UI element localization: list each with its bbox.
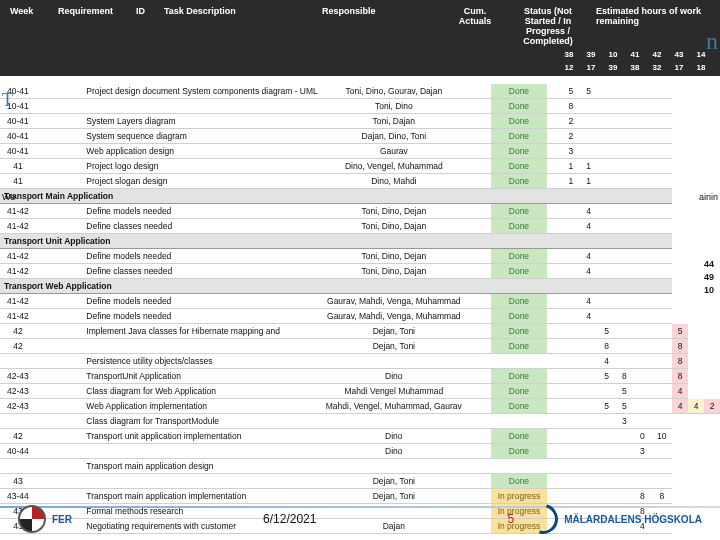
cell: 42	[0, 324, 36, 339]
cell: 40-41	[0, 129, 36, 144]
cell	[562, 354, 580, 369]
week-num: 39	[580, 50, 602, 59]
cell: Gaurav, Mahdi, Venga, Muhammad	[322, 309, 466, 324]
week-num: 41	[624, 50, 646, 59]
cell: 41-42	[0, 219, 36, 234]
status-cell: Done	[491, 84, 547, 99]
cell: 4	[580, 309, 598, 324]
cell	[616, 294, 634, 309]
cell	[68, 249, 83, 264]
status-cell: Done	[491, 474, 547, 489]
cell	[651, 309, 672, 324]
table-row: 43-44Transport main application implemen…	[0, 489, 720, 504]
cell	[36, 159, 68, 174]
cell: Dino, Mahdi	[322, 174, 466, 189]
cell: 5	[598, 369, 616, 384]
cell	[580, 114, 598, 129]
table-row: 42Implement Java classes for Hibernate m…	[0, 324, 720, 339]
cell	[466, 309, 491, 324]
fer-logo: FER	[18, 505, 72, 533]
cell: 42-43	[0, 384, 36, 399]
section-title: Transport Web Application	[0, 279, 672, 294]
cell	[616, 99, 634, 114]
cell: Project slogan design	[82, 174, 322, 189]
cell	[36, 369, 68, 384]
cell	[68, 99, 83, 114]
tasks-table: 40-41Project design document System comp…	[0, 84, 720, 534]
cell: 0	[633, 429, 651, 444]
cell	[633, 399, 651, 414]
status-cell: Done	[491, 324, 547, 339]
cell: TransportUnit Application	[82, 369, 322, 384]
side-cell: 8	[672, 369, 688, 384]
cell	[68, 309, 83, 324]
cell	[68, 114, 83, 129]
cell	[616, 324, 634, 339]
cell: Dajan, Dino, Toni	[322, 129, 466, 144]
status-cell: Done	[491, 294, 547, 309]
cell	[651, 249, 672, 264]
cell	[651, 219, 672, 234]
cell: System Layers diagram	[82, 114, 322, 129]
cell: 43-44	[0, 489, 36, 504]
cell: 1	[580, 174, 598, 189]
cell: 42-43	[0, 399, 36, 414]
cell: 5	[562, 84, 580, 99]
cell: 10	[651, 429, 672, 444]
cell: Define classes needed	[82, 264, 322, 279]
cell: 5	[616, 384, 634, 399]
cutoff-text-ainin: ainin	[699, 192, 718, 202]
cell	[598, 264, 616, 279]
cell	[466, 459, 491, 474]
section-header: Transport Web Application	[0, 279, 720, 294]
cell	[616, 204, 634, 219]
table-row: Transport main application design	[0, 459, 720, 474]
cell	[466, 324, 491, 339]
fer-label: FER	[52, 514, 72, 525]
cell	[68, 369, 83, 384]
cell	[562, 309, 580, 324]
side-cell: 8	[672, 339, 688, 354]
cell: 40-41	[0, 114, 36, 129]
cell	[562, 429, 580, 444]
status-cell: Done	[491, 249, 547, 264]
cell	[616, 159, 634, 174]
cell	[466, 84, 491, 99]
cell: 8	[651, 489, 672, 504]
table-row: 41Project logo designDino, Vengel, Muham…	[0, 159, 720, 174]
side-cell: 5	[672, 324, 688, 339]
cell	[562, 204, 580, 219]
cell	[562, 459, 580, 474]
table-row: 40-41Project design document System comp…	[0, 84, 720, 99]
cell	[36, 474, 68, 489]
cell	[616, 249, 634, 264]
side-total-49: 49	[704, 272, 714, 282]
cell: 5	[598, 324, 616, 339]
cell	[36, 444, 68, 459]
cell	[547, 354, 562, 369]
cell	[651, 264, 672, 279]
cell	[466, 429, 491, 444]
cell	[633, 159, 651, 174]
col-task: Task Description	[160, 4, 318, 18]
status-cell: Done	[491, 159, 547, 174]
fer-badge-icon	[18, 505, 46, 533]
cell	[651, 114, 672, 129]
cell	[36, 204, 68, 219]
col-estimated: Estimated hours of work remaining	[592, 4, 714, 28]
cell	[598, 114, 616, 129]
cell	[580, 339, 598, 354]
cell	[651, 459, 672, 474]
cell: 4	[598, 354, 616, 369]
cell	[651, 339, 672, 354]
cell	[0, 354, 36, 369]
table-row: 41-42Define models neededGaurav, Mahdi, …	[0, 294, 720, 309]
mdh-logo: MÄLARDALENS HÖGSKOLA	[528, 504, 702, 534]
cell	[547, 174, 562, 189]
cell	[547, 399, 562, 414]
cell	[466, 414, 491, 429]
cell	[68, 414, 83, 429]
side-cell: 8	[672, 354, 688, 369]
cell	[616, 339, 634, 354]
cell	[68, 474, 83, 489]
